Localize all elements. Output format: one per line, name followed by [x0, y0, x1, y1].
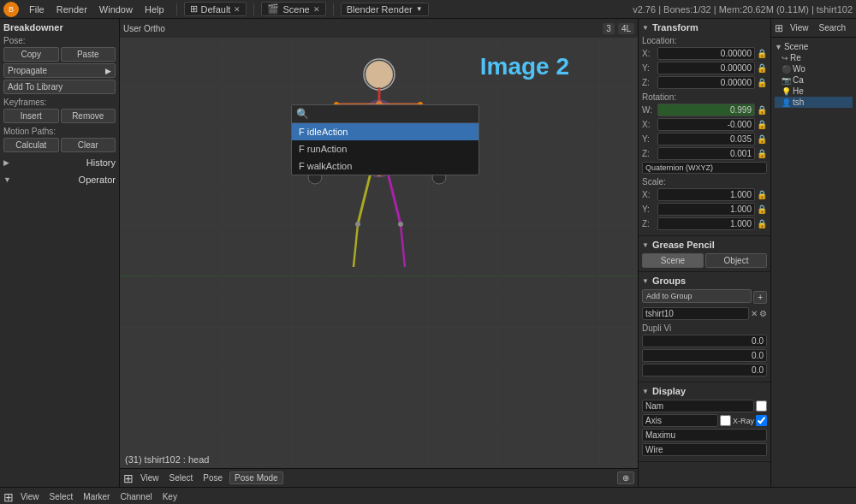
search-input-row[interactable]: 🔍 [292, 105, 479, 123]
add-to-group-button[interactable]: Add to Group [642, 289, 752, 303]
display-name-field[interactable]: Nam [642, 400, 754, 412]
outliner-search-btn[interactable]: Search [816, 22, 850, 33]
history-header[interactable]: ▶ History [3, 156, 116, 169]
dupli-val2[interactable]: 0.0 [642, 349, 767, 362]
svg-point-26 [355, 222, 360, 227]
menu-render[interactable]: Render [51, 3, 92, 16]
object-tab[interactable]: Object [705, 253, 767, 268]
display-axis-field[interactable]: Axis [642, 414, 718, 427]
xray-checkbox[interactable] [756, 415, 767, 426]
dupli-vi-label: Dupli Vi [642, 323, 767, 333]
scene-icon: 🎬 [267, 3, 279, 15]
action-search-input[interactable] [312, 109, 474, 119]
view-menu[interactable]: View [137, 472, 163, 483]
group-settings-icon[interactable]: ⚙ [759, 309, 767, 318]
clear-button[interactable]: Clear [61, 138, 116, 152]
add-group-icon-button[interactable]: + [753, 291, 767, 304]
group-remove-icon[interactable]: ✕ [751, 309, 758, 318]
divider-2 [253, 3, 254, 15]
outliner-view-btn[interactable]: View [787, 22, 812, 33]
dupli-vi-row1: 0.0 [642, 335, 767, 347]
loc-z-input[interactable]: 0.00000 [657, 76, 755, 89]
menu-window[interactable]: Window [94, 3, 138, 16]
grease-pencil-arrow: ▼ [642, 241, 649, 249]
ds-view-menu[interactable]: View [17, 491, 43, 502]
view-num-4l: 4L [618, 23, 634, 34]
outliner-re[interactable]: ↪ Re [775, 52, 853, 63]
ds-key-menu[interactable]: Key [159, 491, 181, 502]
rot-w-input[interactable]: 0.999 [657, 104, 755, 116]
scale-y-lock[interactable]: 🔒 [757, 205, 767, 214]
scale-x-lock[interactable]: 🔒 [757, 190, 767, 199]
display-name-checkbox[interactable] [756, 400, 767, 412]
mode-selector[interactable]: Pose Mode [229, 471, 283, 484]
pivot-selector[interactable]: ⊕ [617, 471, 634, 484]
workspace-close[interactable]: ✕ [234, 5, 241, 14]
rot-y-lock[interactable]: 🔒 [757, 134, 767, 144]
scale-y-input[interactable]: 1.000 [657, 203, 755, 216]
outliner-he[interactable]: 💡 He [775, 86, 853, 97]
outliner-tsh-label: tsh [793, 98, 804, 107]
operator-label: Operator [79, 175, 116, 185]
operator-header[interactable]: ▼ Operator [3, 173, 116, 187]
pose-menu[interactable]: Pose [199, 472, 226, 483]
loc-x-lock[interactable]: 🔒 [757, 49, 767, 58]
dupli-val3[interactable]: 0.0 [642, 364, 767, 377]
wire-selector[interactable]: Wire [642, 443, 767, 456]
copy-button[interactable]: Copy [3, 47, 59, 62]
loc-x-input[interactable]: 0.00000 [657, 47, 755, 60]
calculate-button[interactable]: Calculat [3, 138, 59, 152]
scene-tab[interactable]: Scene [642, 253, 704, 268]
scale-z-lock[interactable]: 🔒 [757, 219, 767, 228]
scene-close[interactable]: ✕ [313, 5, 320, 14]
loc-y-lock[interactable]: 🔒 [757, 63, 767, 73]
outliner-scene[interactable]: ▼ Scene [775, 41, 853, 52]
display-maximum-field[interactable]: Maximu [642, 429, 767, 442]
dropdown-item-1[interactable]: F runAction [292, 140, 479, 157]
dropdown-item-2[interactable]: F walkAction [292, 157, 479, 175]
insert-button[interactable]: Insert [3, 109, 59, 123]
bottom-area: ⊞ View Select Marker Channel Key ▼ ⊞ Dop… [0, 487, 856, 504]
rot-mode-selector[interactable]: Quaternion (WXYZ) [642, 162, 767, 174]
tsh-icon: 👤 [782, 98, 791, 107]
rot-x-lock[interactable]: 🔒 [757, 120, 767, 129]
ds-marker-menu[interactable]: Marker [80, 491, 113, 502]
outliner-wo-label: Wo [793, 64, 805, 74]
rot-x-input[interactable]: -0.000 [657, 118, 755, 131]
outliner-ca-label: Ca [793, 75, 804, 85]
ds-channel-menu[interactable]: Channel [116, 491, 155, 502]
rot-w-lock[interactable]: 🔒 [757, 105, 767, 115]
scale-x-input[interactable]: 1.000 [657, 188, 755, 201]
select-menu[interactable]: Select [166, 472, 197, 483]
loc-z-lock[interactable]: 🔒 [757, 78, 767, 87]
display-axis-checkbox[interactable] [720, 415, 731, 426]
renderer-selector[interactable]: Blender Render ▼ [341, 3, 429, 16]
scale-z-input[interactable]: 1.000 [657, 217, 755, 230]
scene-selector[interactable]: 🎬 Scene ✕ [261, 2, 325, 16]
view-num-3: 3 [603, 23, 615, 34]
outliner-ca[interactable]: 📷 Ca [775, 74, 853, 86]
add-to-library-button[interactable]: Add To Library [3, 80, 116, 94]
loc-y-input[interactable]: 0.00000 [657, 62, 755, 74]
rot-z-input[interactable]: 0.001 [657, 147, 755, 160]
operator-arrow: ▼ [3, 175, 11, 184]
outliner-top-bar: ⊞ View Search [771, 19, 856, 38]
renderer-arrow: ▼ [416, 5, 423, 13]
outliner-wo[interactable]: ⚫ Wo [775, 63, 853, 74]
top-bar-info: v2.76 | Bones:1/32 | Mem:20.62M (0.11M) … [633, 4, 853, 15]
ds-select-menu[interactable]: Select [46, 491, 77, 502]
menu-help[interactable]: Help [140, 3, 169, 16]
paste-button[interactable]: Paste [61, 47, 116, 62]
remove-button[interactable]: Remove [61, 109, 116, 123]
menu-file[interactable]: File [24, 3, 50, 16]
rot-z-lock[interactable]: 🔒 [757, 149, 767, 158]
workspace-selector[interactable]: ⊞ Default ✕ [184, 2, 247, 16]
propagate-button[interactable]: Propagate ▶ [3, 63, 116, 78]
3d-viewport[interactable]: User Ortho 3 4L Image 2 [120, 19, 638, 487]
rot-y-input[interactable]: 0.035 [657, 133, 755, 145]
dupli-val1[interactable]: 0.0 [642, 335, 767, 347]
right-panel: ▼ Transform Location: X: 0.00000 🔒 Y: 0.… [638, 19, 770, 487]
dropdown-item-0[interactable]: F idleAction [292, 123, 479, 140]
outliner-tsh[interactable]: 👤 tsh [775, 97, 853, 108]
group-name-field[interactable]: tshirt10 [642, 307, 749, 320]
